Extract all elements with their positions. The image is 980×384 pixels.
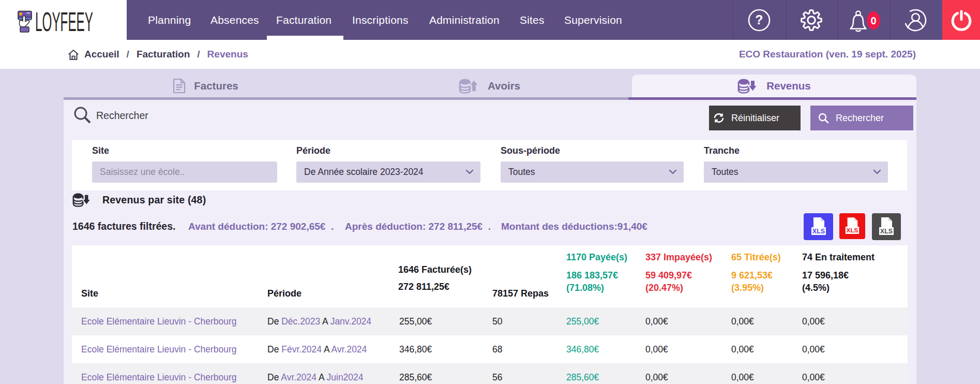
svg-text:0: 0 [870,15,876,26]
svg-text:?: ? [755,12,763,27]
svg-text:XLS: XLS [880,228,893,235]
svg-text:LOYFEEY: LOYFEEY [35,7,93,37]
svg-text:XLS: XLS [812,228,824,235]
svg-text:XLS: XLS [847,227,858,233]
